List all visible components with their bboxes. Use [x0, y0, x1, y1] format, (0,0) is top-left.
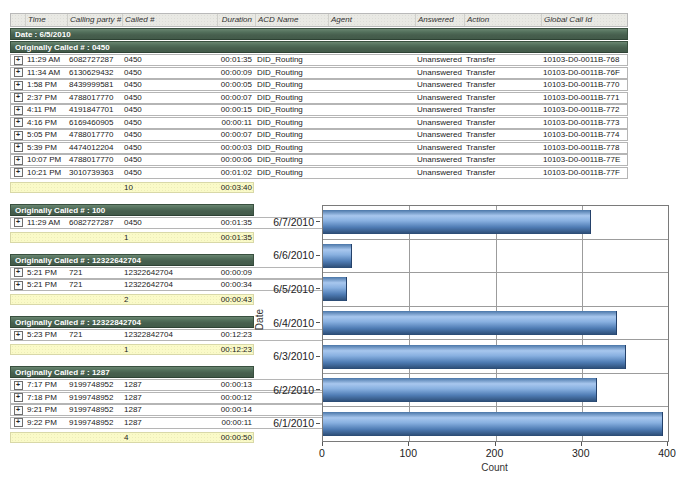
cell-calling_party: 3010739363	[67, 168, 122, 178]
expand-cell: +	[11, 156, 25, 165]
cell-global_call_id: 10103-D0-0011B-77E	[541, 155, 629, 165]
expand-row-icon[interactable]: +	[14, 168, 23, 177]
y-tick-mark	[316, 255, 320, 256]
chart-x-tick-marks	[322, 442, 667, 446]
y-tick-label: 6/1/2010	[262, 406, 320, 440]
header-answered[interactable]: Answered	[415, 14, 464, 26]
header-global-call-id[interactable]: Global Call Id	[541, 14, 629, 26]
cell-called: 1287	[122, 393, 217, 403]
expand-cell: +	[11, 268, 25, 277]
cell-action: Transfer	[464, 143, 541, 153]
expand-row-icon[interactable]: +	[14, 106, 23, 115]
cell-action: Transfer	[464, 55, 541, 65]
expand-row-icon[interactable]: +	[14, 131, 23, 140]
cell-duration: 00:01:02	[217, 168, 255, 178]
expand-row-icon[interactable]: +	[14, 143, 23, 152]
y-tick-mark	[316, 221, 320, 222]
expand-row-icon[interactable]: +	[14, 331, 23, 340]
cell-called: 0450	[122, 105, 217, 115]
cell-time: 5:39 PM	[25, 143, 67, 153]
table-row: +5:39 PM4474012204045000:00:03DID_Routin…	[10, 142, 628, 154]
expand-row-icon[interactable]: +	[14, 268, 23, 277]
expand-row-icon[interactable]: +	[14, 393, 23, 402]
y-tick-mark	[316, 288, 320, 289]
cell-time: 5:05 PM	[25, 130, 67, 140]
expand-row-icon[interactable]: +	[14, 93, 23, 102]
header-calling-party[interactable]: Calling party #	[67, 14, 122, 26]
table-row: +10:07 PM4788017770045000:00:06DID_Routi…	[10, 154, 628, 166]
header-called[interactable]: Called #	[122, 14, 217, 26]
expand-row-icon[interactable]: +	[14, 218, 23, 227]
expand-row-icon[interactable]: +	[14, 381, 23, 390]
expand-cell: +	[11, 281, 25, 290]
cell-calling_party: 6082727287	[67, 55, 122, 65]
table-row: +10:21 PM3010739363045000:01:02DID_Routi…	[10, 167, 628, 179]
cell-global_call_id: 10103-D0-0011B-768	[541, 55, 629, 65]
cell-calling_party: 9199748952	[67, 393, 122, 403]
date-group-band: Date : 6/5/2010	[10, 28, 628, 40]
group-summary-row: 400:00:50	[10, 432, 254, 443]
header-agent[interactable]: Agent	[328, 14, 415, 26]
group-summary-row: 100:12:23	[10, 344, 254, 355]
cell-global_call_id: 10103-D0-0011B-771	[541, 93, 629, 103]
cell-acd_name: DID_Routing	[255, 168, 328, 178]
summary-count: 4	[122, 432, 217, 443]
expand-row-icon[interactable]: +	[14, 118, 23, 127]
cell-duration: 00:00:03	[217, 143, 255, 153]
cell-calling_party: 9199748952	[67, 418, 122, 428]
y-tick-mark	[316, 356, 320, 357]
cell-calling_party: 8439999581	[67, 80, 122, 90]
cell-called: 0450	[122, 93, 217, 103]
cell-time: 4:16 PM	[25, 118, 67, 128]
cell-called: 0450	[122, 118, 217, 128]
cell-time: 10:21 PM	[25, 168, 67, 178]
header-action[interactable]: Action	[464, 14, 541, 26]
table-row: +11:29 AM6082727287045000:01:35DID_Routi…	[10, 54, 628, 66]
cell-called: 1287	[122, 418, 217, 428]
x-tick-mark	[495, 442, 496, 446]
chart-band	[323, 206, 668, 240]
cell-duration: 00:00:07	[217, 130, 255, 140]
expand-cell: +	[11, 131, 25, 140]
cell-global_call_id: 10103-D0-0011B-773	[541, 118, 629, 128]
x-tick-label: 200	[486, 447, 504, 459]
cell-called: 12322642704	[122, 268, 217, 278]
expand-row-icon[interactable]: +	[14, 281, 23, 290]
header-duration[interactable]: Duration	[217, 14, 255, 26]
expand-row-icon[interactable]: +	[14, 418, 23, 427]
cell-duration: 00:00:05	[217, 80, 255, 90]
cell-global_call_id: 10103-D0-0011B-774	[541, 130, 629, 140]
summary-count: 2	[122, 294, 217, 305]
chart-band	[323, 340, 668, 374]
expand-row-icon[interactable]: +	[14, 68, 23, 77]
expand-row-icon[interactable]: +	[14, 81, 23, 90]
group-summary-row: 200:00:43	[10, 294, 254, 305]
y-tick-mark	[316, 322, 320, 323]
cell-time: 5:21 PM	[25, 280, 67, 290]
cell-time: 4:11 PM	[25, 105, 67, 115]
cell-duration: 00:00:11	[217, 118, 255, 128]
table-row: +2:37 PM4788017770045000:00:07DID_Routin…	[10, 92, 628, 104]
table-row: +5:05 PM4788017770045000:00:07DID_Routin…	[10, 129, 628, 141]
bar-6/7/2010	[323, 210, 591, 234]
cell-answered: Unanswered	[415, 80, 464, 90]
cell-answered: Unanswered	[415, 143, 464, 153]
x-tick-mark	[581, 442, 582, 446]
cell-global_call_id: 10103-D0-0011B-76F	[541, 68, 629, 78]
header-acd-name[interactable]: ACD Name	[255, 14, 328, 26]
group-summary-row: 100:01:35	[10, 232, 254, 243]
x-tick-label: 100	[399, 447, 417, 459]
expand-row-icon[interactable]: +	[14, 156, 23, 165]
expand-row-icon[interactable]: +	[14, 56, 23, 65]
y-tick-text: 6/1/2010	[273, 417, 314, 429]
header-time[interactable]: Time	[25, 14, 67, 26]
expand-cell: +	[11, 143, 25, 152]
cell-time: 1:58 PM	[25, 80, 67, 90]
cell-answered: Unanswered	[415, 130, 464, 140]
expand-cell: +	[11, 106, 25, 115]
cell-calling_party: 6082727287	[67, 218, 122, 228]
chart-band	[323, 307, 668, 341]
expand-row-icon[interactable]: +	[14, 406, 23, 415]
y-tick-text: 6/5/2010	[273, 283, 314, 295]
expand-cell: +	[11, 393, 25, 402]
